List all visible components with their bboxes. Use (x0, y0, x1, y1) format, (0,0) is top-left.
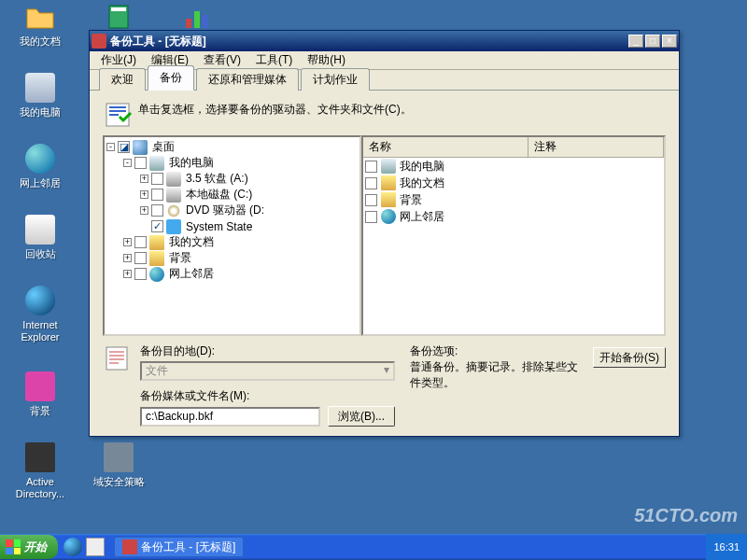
list-checkbox[interactable] (365, 161, 377, 173)
window-controls: _ □ × (628, 35, 677, 48)
windows-flag-icon (6, 539, 21, 554)
app-icon (92, 34, 106, 49)
menu-item[interactable]: 作业(J) (93, 50, 144, 70)
tree-node[interactable]: +3.5 软盘 (A:) (106, 171, 358, 187)
menu-item[interactable]: 工具(T) (248, 50, 300, 70)
svg-rect-2 (186, 19, 191, 28)
tree-node[interactable]: -◪桌面 (106, 139, 358, 155)
backup-tool-window: 备份工具 - [无标题] _ □ × 作业(J)编辑(E)查看(V)工具(T)帮… (89, 30, 680, 437)
tree-pane[interactable]: -◪桌面-我的电脑+3.5 软盘 (A:)+本地磁盘 (C:)+DVD 驱动器 … (103, 135, 361, 336)
tree-checkbox[interactable] (134, 236, 147, 248)
tree-toggle[interactable]: + (123, 254, 132, 262)
tree-node[interactable]: +背景 (106, 250, 358, 266)
docs-icon (381, 175, 396, 190)
list-row[interactable]: 我的电脑 (363, 158, 664, 175)
menu-item[interactable]: 帮助(H) (300, 50, 353, 70)
start-button[interactable]: 开始 (0, 535, 58, 559)
menu-item[interactable]: 查看(V) (196, 50, 248, 70)
quicklaunch-desktop-icon[interactable] (86, 538, 105, 556)
tree-node[interactable]: +我的文档 (106, 234, 358, 250)
desktop-icon-domain-security-policy[interactable]: 域安全策略 (86, 442, 151, 488)
taskbar-task-backup[interactable]: 备份工具 - [无标题] (114, 537, 244, 557)
tab[interactable]: 备份 (148, 65, 194, 91)
tree-toggle[interactable]: + (123, 238, 132, 246)
media-label: 备份媒体或文件名(M): (140, 388, 395, 404)
list-checkbox[interactable] (365, 177, 377, 189)
tree-checkbox[interactable] (151, 189, 163, 201)
close-button[interactable]: × (662, 35, 677, 48)
titlebar[interactable]: 备份工具 - [无标题] _ □ × (90, 31, 679, 51)
recycle-icon (25, 215, 55, 245)
tree-checkbox[interactable] (151, 173, 163, 185)
media-filename-input[interactable] (140, 407, 320, 427)
system-icon (166, 219, 181, 234)
instruction-text: 单击复选框，选择要备份的驱动器、文件夹和文件(C)。 (138, 100, 412, 130)
tree-node[interactable]: +DVD 驱动器 (D: (106, 203, 358, 218)
tree-node[interactable]: ✓System State (106, 218, 358, 234)
desktop-icon-network-places[interactable]: 网上邻居 (7, 144, 73, 189)
browse-button[interactable]: 浏览(B)... (328, 406, 395, 427)
tree-checkbox[interactable]: ✓ (151, 220, 163, 232)
col-comment[interactable]: 注释 (529, 137, 664, 157)
tree-toggle[interactable]: + (140, 175, 148, 183)
list-checkbox[interactable] (365, 211, 377, 223)
list-row[interactable]: 网上邻居 (363, 208, 664, 225)
folder-open-icon (25, 2, 55, 32)
policy-icon (104, 442, 134, 472)
desktop-icon-my-computer[interactable]: 我的电脑 (7, 73, 73, 119)
start-backup-button[interactable]: 开始备份(S) (593, 347, 666, 368)
tree-toggle[interactable]: + (140, 206, 148, 215)
quicklaunch-ie-icon[interactable] (63, 538, 82, 556)
desktop-icon-recycle-bin[interactable]: 回收站 (7, 215, 73, 260)
tree-toggle[interactable]: - (106, 143, 115, 151)
options-title: 备份选项: (410, 343, 578, 359)
list-item-label: 我的电脑 (400, 159, 444, 175)
destination-group: 备份目的地(D): 文件▾ 备份媒体或文件名(M): 浏览(B)... (103, 343, 395, 427)
computer-icon (149, 156, 164, 171)
computer-icon (25, 73, 55, 103)
desktop-icon-label: 回收站 (7, 248, 73, 260)
list-row[interactable]: 背景 (363, 191, 664, 208)
list-pane[interactable]: 名称 注释 我的电脑我的文档背景网上邻居 (361, 135, 666, 336)
svg-rect-6 (106, 347, 127, 370)
minimize-button[interactable]: _ (628, 35, 643, 48)
desktop-icon-background[interactable]: 背景 (7, 371, 73, 417)
desktop-icon-internet-explorer[interactable]: Internet Explorer (7, 286, 73, 343)
desktop-icon-my-documents[interactable]: 我的文档 (7, 2, 73, 48)
tree-node-label: System State (184, 220, 254, 233)
tree-checkbox[interactable] (134, 252, 147, 264)
destination-icon (103, 343, 133, 373)
tree-toggle[interactable]: - (123, 159, 132, 167)
tree-node[interactable]: -我的电脑 (106, 155, 358, 171)
tree-toggle[interactable]: + (140, 190, 148, 199)
tree-node-label: 我的文档 (167, 234, 216, 250)
list-checkbox[interactable] (365, 194, 377, 206)
window-title: 备份工具 - [无标题] (110, 34, 628, 49)
taskbar: 开始 备份工具 - [无标题] 16:31 (0, 534, 747, 560)
list-row[interactable]: 我的文档 (363, 175, 664, 191)
network-icon (149, 267, 164, 282)
tab[interactable]: 计划作业 (301, 68, 370, 91)
tree-checkbox[interactable]: ◪ (118, 141, 130, 153)
maximize-button[interactable]: □ (645, 35, 660, 48)
desktop-icon (133, 140, 148, 155)
cd-icon (166, 203, 181, 218)
tab[interactable]: 还原和管理媒体 (196, 68, 299, 91)
system-tray[interactable]: 16:31 (706, 534, 747, 560)
tree-checkbox[interactable] (134, 268, 147, 280)
drive-icon (166, 172, 181, 187)
tree-toggle[interactable]: + (123, 270, 132, 278)
note-icon (103, 100, 133, 130)
book-icon (104, 2, 134, 32)
tab[interactable]: 欢迎 (99, 68, 146, 91)
destination-combo[interactable]: 文件▾ (140, 361, 395, 381)
chart-icon (182, 2, 212, 32)
desktop-icon-active-directory[interactable]: Active Directory... (7, 442, 73, 500)
col-name[interactable]: 名称 (363, 137, 529, 157)
tree-node[interactable]: +网上邻居 (106, 266, 358, 282)
tree-checkbox[interactable] (134, 157, 147, 169)
tree-checkbox[interactable] (151, 204, 163, 217)
tree-node[interactable]: +本地磁盘 (C:) (106, 187, 358, 203)
desktop-icon-label: Active Directory... (7, 476, 73, 500)
instruction-row: 单击复选框，选择要备份的驱动器、文件夹和文件(C)。 (103, 100, 666, 130)
